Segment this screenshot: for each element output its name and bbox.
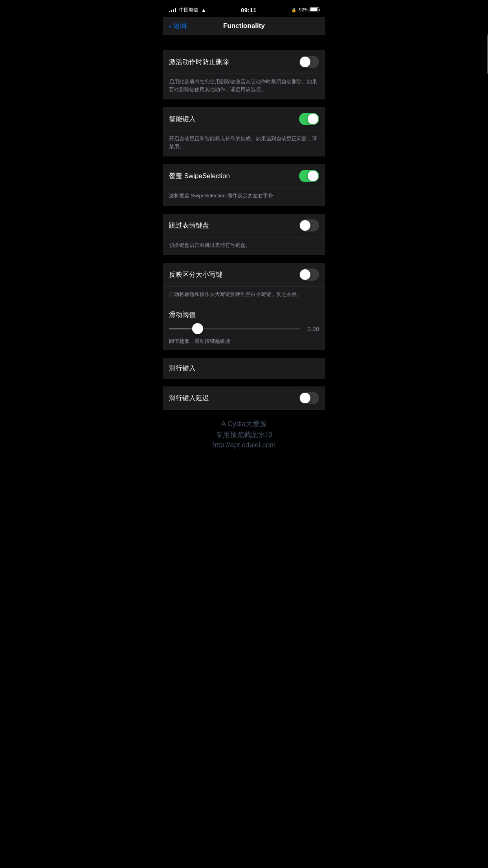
signal-bar-1 <box>169 11 170 12</box>
status-left: 中国电信 ▲ <box>169 7 206 13</box>
setting-section-smart-typing: 智能键入 开启自动更正和智能标点符号的集成。如果遇到自动更正问题，请禁用。 <box>163 107 325 156</box>
setting-section-reflect-case: 反映区分大小写键 自动将标题和操作从大写键反映到空白小写键，反之亦然。 <box>163 263 325 305</box>
slider-row: 2.00 <box>163 322 325 336</box>
toggle-thumb-prevent-delete <box>300 57 310 67</box>
slider-label: 滑动阈值 <box>163 305 325 322</box>
battery-icon <box>310 7 319 12</box>
toggle-thumb-skip-emoji <box>300 220 310 231</box>
setting-label-smart-typing: 智能键入 <box>169 114 299 123</box>
toggle-swipe-selection[interactable] <box>299 170 319 182</box>
toggle-thumb-reflect-case <box>300 269 310 280</box>
signal-bar-2 <box>171 10 172 12</box>
section-divider-3 <box>163 206 325 214</box>
section-divider-1 <box>163 99 325 107</box>
setting-section-swipe-selection: 覆盖 SwipeSelection 这将覆盖 SwipeSelection 插件… <box>163 164 325 206</box>
slider-section: 滑动阈值 2.00 阈值越低，滑动按键越敏捷 <box>163 305 325 350</box>
toggle-glide-delay[interactable] <box>299 392 319 404</box>
setting-section-glide-delay: 滑行键入延迟 <box>163 386 325 410</box>
battery-fill <box>310 8 317 11</box>
setting-row-glide-delay: 滑行键入延迟 <box>163 386 325 410</box>
toggle-smart-typing[interactable] <box>299 113 319 125</box>
signal-bar-3 <box>173 9 174 12</box>
setting-row-swipe-selection: 覆盖 SwipeSelection <box>163 164 325 188</box>
setting-row-reflect-case: 反映区分大小写键 <box>163 263 325 287</box>
setting-desc-smart-typing: 开启自动更正和智能标点符号的集成。如果遇到自动更正问题，请禁用。 <box>163 131 325 156</box>
setting-desc-reflect-case: 自动将标题和操作从大写键反映到空白小写键，反之亦然。 <box>163 287 325 305</box>
wifi-icon: ▲ <box>201 7 206 13</box>
toggle-thumb-smart-typing <box>308 114 318 124</box>
setting-row-smart-typing: 智能键入 <box>163 107 325 131</box>
slider-track[interactable] <box>169 328 300 329</box>
setting-desc-prevent-delete: 启用此选项将在您使用删除键激活其它动作时禁用自动删除。如果要对删除键使用其他动作… <box>163 74 325 99</box>
battery-container: 92% <box>299 7 319 13</box>
toggle-skip-emoji[interactable] <box>299 219 319 232</box>
setting-row-skip-emoji: 跳过表情键盘 <box>163 214 325 237</box>
status-bar: 中国电信 ▲ 09:11 🔒 92% <box>163 0 325 17</box>
section-divider-6 <box>163 379 325 386</box>
setting-label-reflect-case: 反映区分大小写键 <box>169 270 299 279</box>
setting-section-glide: 滑行键入 <box>163 358 325 379</box>
setting-section-prevent-delete: 激活动作时防止删除 启用此选项将在您使用删除键激活其它动作时禁用自动删除。如果要… <box>163 50 325 99</box>
back-button[interactable]: ‹ 返回 <box>166 20 190 32</box>
section-gap-1 <box>163 42 325 50</box>
setting-label-glide-delay: 滑行键入延迟 <box>169 394 299 403</box>
content: 激活动作时防止删除 启用此选项将在您使用删除键激活其它动作时禁用自动删除。如果要… <box>163 35 325 410</box>
slider-value: 2.00 <box>305 326 319 332</box>
slider-thumb[interactable] <box>192 323 203 334</box>
setting-label-glide: 滑行键入 <box>169 364 319 373</box>
battery-percent: 92% <box>299 7 308 13</box>
setting-label-swipe-selection: 覆盖 SwipeSelection <box>169 171 299 180</box>
section-divider-5 <box>163 350 325 358</box>
signal-bar-4 <box>175 8 176 12</box>
section-divider-4 <box>163 255 325 263</box>
section-divider-2 <box>163 156 325 164</box>
back-chevron-icon: ‹ <box>169 22 172 30</box>
toggle-prevent-delete[interactable] <box>299 56 319 68</box>
setting-label-prevent-delete: 激活动作时防止删除 <box>169 57 299 66</box>
setting-desc-skip-emoji: 切换键盘语言时跳过表情符号键盘。 <box>163 237 325 256</box>
status-time: 09:11 <box>241 7 257 13</box>
back-label: 返回 <box>173 21 187 30</box>
setting-desc-swipe-selection: 这将覆盖 SwipeSelection 插件设定的左右手势 <box>163 188 325 206</box>
setting-row-glide: 滑行键入 <box>163 358 325 379</box>
nav-bar: ‹ 返回 Functionality <box>163 17 325 35</box>
setting-row-prevent-delete: 激活动作时防止删除 <box>163 50 325 74</box>
setting-section-skip-emoji: 跳过表情键盘 切换键盘语言时跳过表情符号键盘。 <box>163 214 325 256</box>
carrier-name: 中国电信 <box>179 7 198 13</box>
toggle-thumb-swipe-selection <box>308 171 318 181</box>
lock-icon: 🔒 <box>291 7 297 13</box>
page-title: Functionality <box>223 22 265 30</box>
status-right: 🔒 92% <box>291 7 319 13</box>
signal-bars <box>169 7 176 12</box>
toggle-thumb-glide-delay <box>300 393 310 403</box>
setting-label-skip-emoji: 跳过表情键盘 <box>169 221 299 230</box>
slider-hint: 阈值越低，滑动按键越敏捷 <box>163 336 325 350</box>
toggle-reflect-case[interactable] <box>299 268 319 281</box>
